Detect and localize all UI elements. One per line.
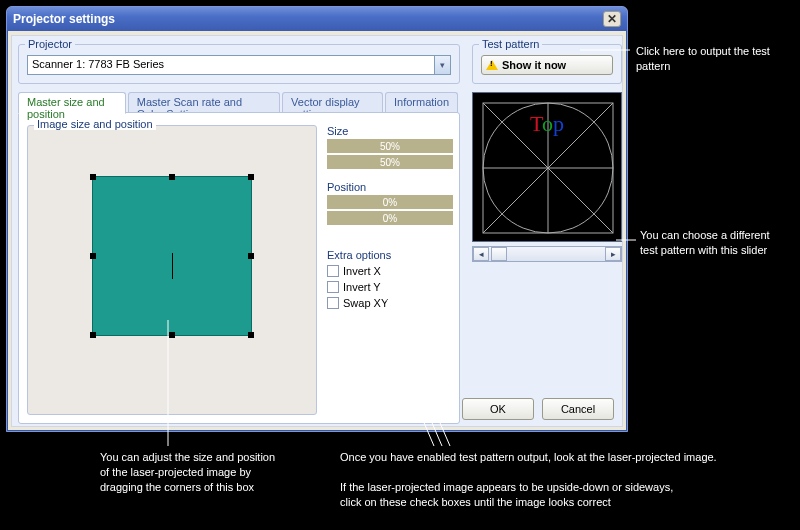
resize-handle-s[interactable] — [169, 332, 175, 338]
image-size-position-box: Image size and position — [27, 125, 317, 415]
extra-options-label: Extra options — [327, 249, 453, 261]
position-x-slider[interactable]: 0% — [327, 195, 453, 209]
invert-x-checkbox[interactable]: Invert X — [327, 265, 453, 277]
projector-group: Projector Scanner 1: 7783 FB Series ▾ — [18, 44, 460, 84]
tab-master-size[interactable]: Master size and position — [18, 92, 126, 114]
tab-information[interactable]: Information — [385, 92, 458, 114]
annot-checkboxes: Once you have enabled test pattern outpu… — [340, 450, 717, 509]
size-x-slider[interactable]: 50% — [327, 139, 453, 153]
show-it-now-label: Show it now — [502, 59, 566, 71]
checkbox-icon — [327, 297, 339, 309]
warning-icon — [486, 60, 498, 70]
window-title: Projector settings — [13, 12, 603, 26]
titlebar[interactable]: Projector settings ✕ — [7, 7, 627, 31]
test-pattern-group-label: Test pattern — [479, 38, 542, 50]
checkbox-icon — [327, 265, 339, 277]
annot-box: You can adjust the size and position of … — [100, 450, 275, 495]
position-y-slider[interactable]: 0% — [327, 211, 453, 225]
tab-vector-display[interactable]: Vector display settings — [282, 92, 383, 114]
annot-slider: You can choose a different test pattern … — [640, 228, 770, 258]
projector-settings-window: Projector settings ✕ Projector Scanner 1… — [6, 6, 628, 432]
swap-xy-checkbox[interactable]: Swap XY — [327, 297, 453, 309]
test-pattern-preview: Top — [472, 92, 622, 242]
scroll-track[interactable] — [489, 247, 605, 261]
position-label: Position — [327, 181, 453, 193]
test-pattern-top-text: Top — [473, 111, 621, 137]
test-pattern-group: Test pattern Show it now — [472, 44, 622, 84]
projector-select-value: Scanner 1: 7783 FB Series — [28, 56, 434, 74]
scroll-thumb[interactable] — [491, 247, 507, 261]
right-column: Size 50% 50% Position 0% 0% Extra option… — [327, 125, 453, 313]
image-size-square[interactable] — [92, 176, 252, 336]
resize-handle-sw[interactable] — [90, 332, 96, 338]
dialog-buttons: OK Cancel — [462, 398, 614, 420]
test-pattern-preview-area: Top ◂ ▸ — [472, 92, 622, 270]
size-label: Size — [327, 125, 453, 137]
cancel-button[interactable]: Cancel — [542, 398, 614, 420]
resize-handle-w[interactable] — [90, 253, 96, 259]
invert-y-checkbox[interactable]: Invert Y — [327, 281, 453, 293]
resize-handle-nw[interactable] — [90, 174, 96, 180]
show-it-now-button[interactable]: Show it now — [481, 55, 613, 75]
projector-select[interactable]: Scanner 1: 7783 FB Series ▾ — [27, 55, 451, 75]
size-y-slider[interactable]: 50% — [327, 155, 453, 169]
tab-scan-rate-color[interactable]: Master Scan rate and Color Settings — [128, 92, 280, 114]
checkbox-icon — [327, 281, 339, 293]
client-area: Projector Scanner 1: 7783 FB Series ▾ Te… — [11, 35, 623, 427]
resize-handle-n[interactable] — [169, 174, 175, 180]
resize-handle-ne[interactable] — [248, 174, 254, 180]
test-pattern-slider[interactable]: ◂ ▸ — [472, 246, 622, 262]
projector-group-label: Projector — [25, 38, 75, 50]
image-stage — [36, 136, 308, 406]
center-mark — [172, 253, 173, 279]
annot-show-button: Click here to output the test pattern — [636, 44, 800, 74]
tabstrip: Master size and position Master Scan rat… — [18, 92, 460, 114]
chevron-down-icon: ▾ — [434, 56, 450, 74]
close-button[interactable]: ✕ — [603, 11, 621, 27]
scroll-right-button[interactable]: ▸ — [605, 247, 621, 261]
resize-handle-se[interactable] — [248, 332, 254, 338]
scroll-left-button[interactable]: ◂ — [473, 247, 489, 261]
resize-handle-e[interactable] — [248, 253, 254, 259]
tabpage-master-size: Image size and position — [18, 112, 460, 424]
ok-button[interactable]: OK — [462, 398, 534, 420]
